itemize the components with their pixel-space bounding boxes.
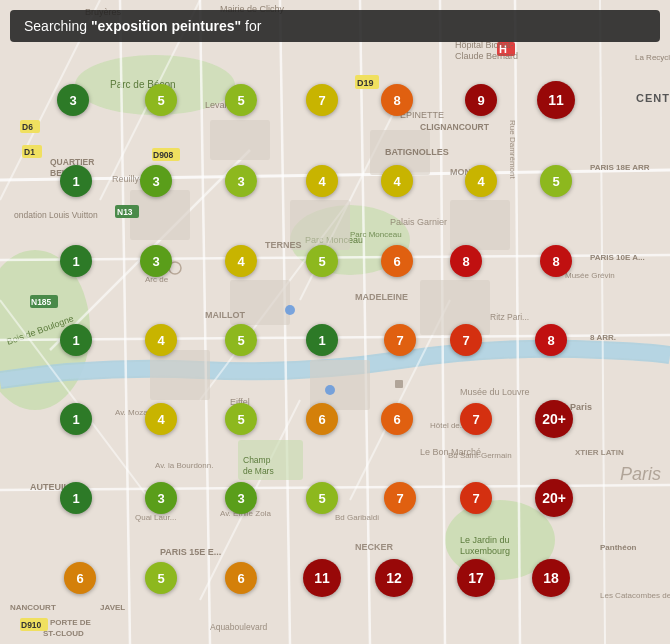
svg-text:Le Jardin du: Le Jardin du <box>460 535 510 545</box>
cluster-marker[interactable]: 3 <box>145 482 177 514</box>
svg-text:PARIS 18E ARR: PARIS 18E ARR <box>590 163 650 172</box>
svg-text:PORTE DE: PORTE DE <box>50 618 92 627</box>
svg-text:D19: D19 <box>357 78 374 88</box>
cluster-marker[interactable]: 3 <box>225 165 257 197</box>
svg-text:N185: N185 <box>31 297 52 307</box>
svg-text:ondation Louis Vuitton: ondation Louis Vuitton <box>14 210 98 220</box>
svg-text:Paris: Paris <box>570 402 592 412</box>
svg-text:N13: N13 <box>117 207 133 217</box>
cluster-marker[interactable]: 7 <box>384 482 416 514</box>
search-bar: Searching "exposition peintures" for <box>10 10 660 42</box>
svg-point-78 <box>325 385 335 395</box>
cluster-marker[interactable]: 5 <box>145 84 177 116</box>
svg-text:Paris: Paris <box>620 464 661 484</box>
cluster-marker[interactable]: 8 <box>381 84 413 116</box>
cluster-marker[interactable]: 4 <box>225 245 257 277</box>
cluster-marker[interactable]: 4 <box>145 403 177 435</box>
cent-label: CENT <box>636 92 670 104</box>
cluster-marker[interactable]: 1 <box>60 482 92 514</box>
cluster-marker[interactable]: 5 <box>225 84 257 116</box>
cluster-marker[interactable]: 3 <box>140 245 172 277</box>
svg-text:Musée du Louvre: Musée du Louvre <box>460 387 530 397</box>
cluster-marker[interactable]: 3 <box>140 165 172 197</box>
svg-text:NECKER: NECKER <box>355 542 394 552</box>
cluster-marker[interactable]: 4 <box>145 324 177 356</box>
cluster-marker[interactable]: 20+ <box>535 400 573 438</box>
svg-text:PARIS 15E E...: PARIS 15E E... <box>160 547 221 557</box>
cluster-marker[interactable]: 5 <box>225 403 257 435</box>
svg-text:Ritz Pari...: Ritz Pari... <box>490 312 529 322</box>
cluster-marker[interactable]: 6 <box>64 562 96 594</box>
search-text-suffix: for <box>241 18 261 34</box>
cluster-marker[interactable]: 8 <box>535 324 567 356</box>
svg-text:La Recyclette: La Recyclette <box>635 53 670 62</box>
cluster-marker[interactable]: 11 <box>303 559 341 597</box>
cluster-marker[interactable]: 20+ <box>535 479 573 517</box>
cluster-marker[interactable]: 6 <box>225 562 257 594</box>
svg-text:Luxembourg: Luxembourg <box>460 546 510 556</box>
cluster-marker[interactable]: 1 <box>306 324 338 356</box>
svg-text:Bd Saint-Germain: Bd Saint-Germain <box>448 451 512 460</box>
cluster-marker[interactable]: 3 <box>225 482 257 514</box>
cluster-marker[interactable]: 5 <box>306 245 338 277</box>
svg-text:Champ: Champ <box>243 455 271 465</box>
svg-text:Claude Bernard: Claude Bernard <box>455 51 518 61</box>
svg-text:D910: D910 <box>21 620 42 630</box>
svg-text:Parc Monceau: Parc Monceau <box>350 230 402 239</box>
cluster-marker[interactable]: 5 <box>145 562 177 594</box>
svg-text:D908: D908 <box>153 150 174 160</box>
svg-text:Panthéon: Panthéon <box>600 543 637 552</box>
cluster-marker[interactable]: 4 <box>306 165 338 197</box>
cluster-marker[interactable]: 8 <box>540 245 572 277</box>
svg-text:PARIS 10E A...: PARIS 10E A... <box>590 253 645 262</box>
cluster-marker[interactable]: 3 <box>57 84 89 116</box>
svg-text:Bd Garibaldi: Bd Garibaldi <box>335 513 379 522</box>
svg-text:ST-CLOUD: ST-CLOUD <box>43 629 84 638</box>
search-text-prefix: Searching <box>24 18 91 34</box>
cluster-marker[interactable]: 7 <box>460 403 492 435</box>
svg-text:Av. la Bourdonn.: Av. la Bourdonn. <box>155 461 213 470</box>
cluster-marker[interactable]: 1 <box>60 324 92 356</box>
cluster-marker[interactable]: 7 <box>306 84 338 116</box>
cluster-marker[interactable]: 9 <box>465 84 497 116</box>
cluster-marker[interactable]: 5 <box>225 324 257 356</box>
svg-text:MADELEINE: MADELEINE <box>355 292 408 302</box>
svg-rect-22 <box>210 120 270 160</box>
svg-text:XTIER LATIN: XTIER LATIN <box>575 448 624 457</box>
cluster-marker[interactable]: 6 <box>381 245 413 277</box>
svg-text:D6: D6 <box>22 122 33 132</box>
svg-text:de Mars: de Mars <box>243 466 274 476</box>
svg-rect-25 <box>450 200 510 250</box>
cluster-marker[interactable]: 12 <box>375 559 413 597</box>
cluster-marker[interactable]: 5 <box>306 482 338 514</box>
svg-text:Aquaboulevard: Aquaboulevard <box>210 622 267 632</box>
svg-text:Rue Damrémont: Rue Damrémont <box>508 120 517 179</box>
svg-text:TERNES: TERNES <box>265 240 302 250</box>
cluster-marker[interactable]: 8 <box>450 245 482 277</box>
map-container: Parc de Bécon Bois de Boulogne Parc Monc… <box>0 0 670 644</box>
cluster-marker[interactable]: 11 <box>537 81 575 119</box>
cluster-marker[interactable]: 1 <box>60 403 92 435</box>
svg-text:D1: D1 <box>24 147 35 157</box>
cluster-marker[interactable]: 18 <box>532 559 570 597</box>
svg-text:MAILLOT: MAILLOT <box>205 310 245 320</box>
svg-text:CLIGNANCOURT: CLIGNANCOURT <box>420 122 490 132</box>
svg-text:NANCOURT: NANCOURT <box>10 603 56 612</box>
cluster-marker[interactable]: 6 <box>381 403 413 435</box>
cluster-marker[interactable]: 1 <box>60 245 92 277</box>
cluster-marker[interactable]: 4 <box>465 165 497 197</box>
cluster-marker[interactable]: 7 <box>460 482 492 514</box>
cluster-marker[interactable]: 17 <box>457 559 495 597</box>
svg-rect-99 <box>395 380 403 388</box>
cluster-marker[interactable]: 4 <box>381 165 413 197</box>
cluster-marker[interactable]: 7 <box>450 324 482 356</box>
svg-point-79 <box>285 305 295 315</box>
cluster-marker[interactable]: 5 <box>540 165 572 197</box>
svg-rect-26 <box>150 350 210 400</box>
svg-text:8 ARR.: 8 ARR. <box>590 333 616 342</box>
svg-text:Musée Grévin: Musée Grévin <box>565 271 615 280</box>
cluster-marker[interactable]: 6 <box>306 403 338 435</box>
cluster-marker[interactable]: 1 <box>60 165 92 197</box>
svg-text:Quai Laur...: Quai Laur... <box>135 513 176 522</box>
cluster-marker[interactable]: 7 <box>384 324 416 356</box>
